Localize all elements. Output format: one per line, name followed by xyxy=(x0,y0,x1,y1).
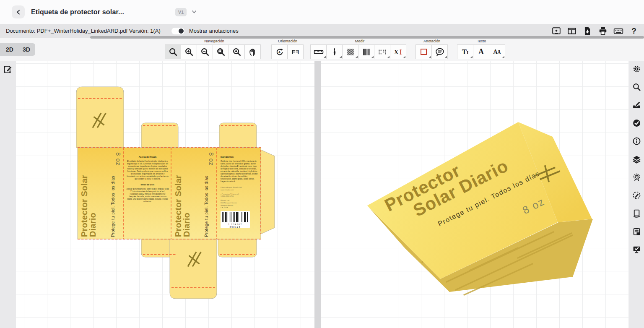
canvas-2d[interactable]: Protector Solar Diario Protege tu piel. … xyxy=(16,61,314,328)
chevron-down-icon xyxy=(191,9,197,15)
note-annotation-button[interactable] xyxy=(431,44,448,59)
viewer-app: Etiqueta de protector solar... V1 Docume… xyxy=(0,0,644,328)
text-select-button[interactable]: TI xyxy=(457,44,473,59)
zoom-in-icon xyxy=(184,47,194,57)
panels-layout-button[interactable] xyxy=(567,26,577,36)
download-file-button[interactable] xyxy=(582,26,592,36)
search-icon xyxy=(632,83,641,91)
version-badge[interactable]: V1 xyxy=(175,8,187,16)
zoom-fit-button[interactable] xyxy=(213,44,229,59)
ruler-button[interactable] xyxy=(310,44,327,59)
search-panel-button[interactable] xyxy=(631,82,641,92)
densitometer-button[interactable] xyxy=(326,44,343,59)
font-info-button[interactable]: A xyxy=(473,44,489,59)
layers-icon xyxy=(632,155,641,164)
halftone-icon xyxy=(346,47,355,57)
top-tuck-flap-a xyxy=(141,123,178,148)
screen-ruling-button[interactable] xyxy=(342,44,358,59)
rotate-icon: A xyxy=(275,47,284,57)
toolbar-group-text: Texto TI A AĀ xyxy=(457,39,506,59)
top-tuck-flap-b xyxy=(219,123,257,148)
top-bar: Etiqueta de protector solar... V1 xyxy=(0,0,644,24)
clipboard-icon xyxy=(632,227,641,236)
settings-button[interactable] xyxy=(631,64,641,74)
box-3d: Protector Solar Diario Protege tu piel. … xyxy=(321,61,629,328)
magnifier-icon xyxy=(169,47,178,57)
usage-body: Aplicar generosamente sobre la piel limp… xyxy=(126,188,169,203)
version-dropdown[interactable] xyxy=(191,9,197,16)
view-3d-button[interactable]: 3D xyxy=(23,46,30,53)
toolbar-scrollbar[interactable] xyxy=(90,36,644,39)
edit-selection-icon xyxy=(3,64,13,74)
show-annotations-toggle[interactable] xyxy=(171,28,184,34)
group-label: Orientación xyxy=(271,39,304,43)
print-button[interactable] xyxy=(598,26,608,36)
canvas-3d[interactable]: Protector Solar Diario Protege tu piel. … xyxy=(321,61,629,328)
document-bar-actions: ? xyxy=(551,26,639,36)
compare-text-icon: AĀ xyxy=(493,49,501,55)
bottom-tall-flap xyxy=(170,239,217,299)
text-select-icon: TI xyxy=(462,48,469,56)
zoom-tool-button[interactable] xyxy=(165,44,181,59)
seal-badge-icon xyxy=(632,173,641,182)
layers-panel-button[interactable] xyxy=(631,154,641,164)
view-mode-toggle[interactable]: 2D 3D xyxy=(0,43,35,56)
view-2d-button[interactable]: 2D xyxy=(6,46,13,53)
zoom-selection-icon xyxy=(232,47,242,57)
group-label: Texto xyxy=(457,39,506,43)
dropper-icon xyxy=(330,47,339,57)
rotate-button[interactable]: A xyxy=(271,44,288,59)
rectangle-annotation-button[interactable] xyxy=(415,44,432,59)
pages-panel-button[interactable] xyxy=(631,208,641,218)
group-label: Medir xyxy=(310,39,409,43)
barcode-tool-button[interactable] xyxy=(358,44,374,59)
page-icon xyxy=(632,209,641,218)
show-annotations-label: Mostrar anotaciones xyxy=(189,28,239,34)
compare-text-button[interactable]: AĀ xyxy=(489,44,505,59)
present-session-button[interactable] xyxy=(551,26,561,36)
text-measure-button[interactable]: X xyxy=(390,44,406,59)
barcode-icon xyxy=(362,47,371,57)
annotations-panel-button[interactable] xyxy=(631,100,641,110)
page-title: Etiqueta de protector solar... xyxy=(31,8,124,16)
help-button[interactable]: ? xyxy=(629,26,639,36)
barcode: 1 234567 890128 xyxy=(221,211,250,228)
about-heading: Acerca de Rituals xyxy=(126,156,169,159)
edit-annotation-button[interactable] xyxy=(3,64,13,74)
shortcuts-button[interactable] xyxy=(613,26,623,36)
left-tool-strip xyxy=(0,61,16,328)
annotate-tray-icon xyxy=(632,101,641,109)
barcode-digits: 1 234567 890128 xyxy=(222,223,248,229)
group-label: Navegación xyxy=(165,39,264,43)
pencil-dashed-circle-icon xyxy=(632,191,641,200)
panel-divider[interactable] xyxy=(314,61,321,328)
proof-on-screen-button[interactable] xyxy=(631,244,641,254)
back-button[interactable] xyxy=(12,5,25,18)
braille-tool-button[interactable] xyxy=(374,44,390,59)
braille-icon xyxy=(377,47,387,57)
about-body: El cuidado de la piel, hecho simple, int… xyxy=(126,160,169,181)
mirror-button[interactable]: F F xyxy=(287,44,304,59)
draw-annotation-panel-button[interactable] xyxy=(631,190,641,200)
quality-seal-panel-button[interactable] xyxy=(631,172,641,182)
tasks-panel-button[interactable] xyxy=(631,226,641,236)
zoom-out-button[interactable] xyxy=(197,44,213,59)
zoom-selection-button[interactable] xyxy=(229,44,245,59)
ingredients-panel: Ingredientes: Óxido de zinc (no nano) 20… xyxy=(221,156,258,228)
pan-button[interactable] xyxy=(244,44,261,59)
zoom-in-button[interactable] xyxy=(181,44,197,59)
document-label: Documento: PDF+_WinterHoliday_LinkedARD.… xyxy=(6,28,161,34)
keyboard-icon xyxy=(613,26,623,36)
toolbar-group-annotation: Anotación xyxy=(415,39,448,59)
speech-bubble-icon xyxy=(435,47,444,57)
presenter-icon xyxy=(552,26,561,36)
layout-panels-icon xyxy=(567,26,576,36)
gear-icon xyxy=(632,65,641,73)
about-panel: Acerca de Rituals El cuidado de la piel,… xyxy=(126,156,169,203)
back-panel-title: Protector Solar Diario xyxy=(174,151,191,237)
approval-panel-button[interactable] xyxy=(631,118,641,128)
info-panel-button[interactable] xyxy=(631,136,641,146)
help-icon: ? xyxy=(631,26,636,36)
usage-heading: Modo de uso: xyxy=(126,183,169,186)
back-panel-size: 8 oz xyxy=(208,152,215,177)
